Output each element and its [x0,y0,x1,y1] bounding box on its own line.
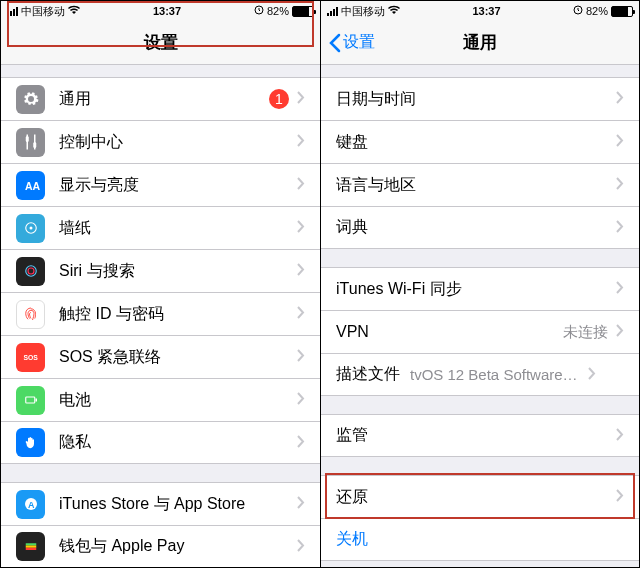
appstore-icon: A [16,490,45,519]
row-privacy[interactable]: 隐私 [1,421,320,464]
row-keyboard[interactable]: 键盘 [321,120,639,163]
row-supervision[interactable]: 监管 [321,414,639,457]
row-battery[interactable]: 电池 [1,378,320,421]
wifi-icon [388,5,400,17]
battery-pct: 82% [267,5,289,17]
back-button[interactable]: 设置 [329,32,375,53]
signal-icon [327,7,338,16]
row-wallpaper[interactable]: 墙纸 [1,206,320,249]
chevron-right-icon [297,348,305,366]
chevron-right-icon [616,488,624,506]
chevron-right-icon [616,133,624,151]
alarm-icon [254,5,264,17]
wallet-icon [16,532,45,561]
nav-bar: 设置 [1,21,320,65]
row-profile[interactable]: 描述文件 tvOS 12 Beta Software Profile [321,353,639,396]
row-siri[interactable]: Siri 与搜索 [1,249,320,292]
row-itunes-store[interactable]: A iTunes Store 与 App Store [1,482,320,525]
battery-icon [611,6,633,17]
row-label: 还原 [336,487,608,508]
row-label: 通用 [59,89,269,110]
wallpaper-icon [16,214,45,243]
row-label: 触控 ID 与密码 [59,304,289,325]
row-control-center[interactable]: 控制中心 [1,120,320,163]
chevron-right-icon [297,538,305,556]
sos-icon: SOS [16,343,45,372]
chevron-right-icon [297,176,305,194]
chevron-right-icon [616,280,624,298]
battery-icon [16,386,45,415]
time-label: 13:37 [153,5,181,17]
row-label: iTunes Wi-Fi 同步 [336,279,608,300]
row-display[interactable]: AA 显示与亮度 [1,163,320,206]
svg-point-9 [28,268,34,274]
chevron-right-icon [588,366,596,384]
chevron-right-icon [297,305,305,323]
row-label: iTunes Store 与 App Store [59,494,289,515]
phone-right: 中国移动 13:37 82% 设置 通用 日期与时间 键盘 [320,1,639,567]
battery-icon [292,6,314,17]
display-icon: AA [16,171,45,200]
chevron-right-icon [297,133,305,151]
row-label: SOS 紧急联络 [59,347,289,368]
sliders-icon [16,128,45,157]
row-datetime[interactable]: 日期与时间 [321,77,639,120]
chevron-right-icon [297,391,305,409]
row-touchid[interactable]: 触控 ID 与密码 [1,292,320,335]
back-label: 设置 [343,32,375,53]
row-label: 墙纸 [59,218,289,239]
fingerprint-icon [16,300,45,329]
chevron-right-icon [297,434,305,452]
row-label: 钱包与 Apple Pay [59,536,289,557]
row-vpn[interactable]: VPN 未连接 [321,310,639,353]
nav-bar: 设置 通用 [321,21,639,65]
row-itunes-wifi[interactable]: iTunes Wi-Fi 同步 [321,267,639,310]
gear-icon [16,85,45,114]
chevron-right-icon [616,427,624,445]
row-reset[interactable]: 还原 [321,475,639,518]
svg-rect-12 [35,399,37,402]
battery-pct: 82% [586,5,608,17]
chevron-right-icon [297,219,305,237]
alarm-icon [573,5,583,17]
row-label: 键盘 [336,132,608,153]
page-title: 设置 [144,31,178,54]
chevron-right-icon [616,219,624,237]
hand-icon [16,428,45,457]
row-label: 显示与亮度 [59,175,289,196]
svg-rect-17 [25,547,36,549]
chevron-right-icon [297,90,305,108]
row-detail: 未连接 [563,323,608,342]
row-language[interactable]: 语言与地区 [321,163,639,206]
status-bar: 中国移动 13:37 82% [1,1,320,21]
chevron-right-icon [297,262,305,280]
row-label: Siri 与搜索 [59,261,289,282]
settings-list[interactable]: 通用 1 控制中心 AA 显示与亮度 [1,65,320,567]
row-wallet[interactable]: 钱包与 Apple Pay [1,525,320,567]
chevron-right-icon [616,176,624,194]
row-sos[interactable]: SOS SOS 紧急联络 [1,335,320,378]
row-label: 隐私 [59,432,289,453]
badge: 1 [269,89,289,109]
chevron-right-icon [297,495,305,513]
row-detail: tvOS 12 Beta Software Profile [410,366,580,383]
page-title: 通用 [463,31,497,54]
row-label: 监管 [336,425,608,446]
chevron-right-icon [616,90,624,108]
svg-point-8 [25,266,36,277]
signal-icon [7,7,18,16]
row-label: 关机 [336,529,624,550]
wifi-icon [68,5,80,17]
chevron-right-icon [616,323,624,341]
general-list[interactable]: 日期与时间 键盘 语言与地区 词典 iTunes Wi-Fi 同步 V [321,65,639,567]
row-general[interactable]: 通用 1 [1,77,320,120]
row-label: 描述文件 [336,364,400,385]
phone-left: 中国移动 13:37 82% 设置 通用 1 [1,1,320,567]
svg-text:SOS: SOS [23,354,38,361]
svg-rect-16 [25,545,36,547]
row-label: 词典 [336,217,608,238]
siri-icon [16,257,45,286]
row-shutdown[interactable]: 关机 [321,518,639,561]
row-dictionary[interactable]: 词典 [321,206,639,249]
row-label: VPN [336,323,563,341]
